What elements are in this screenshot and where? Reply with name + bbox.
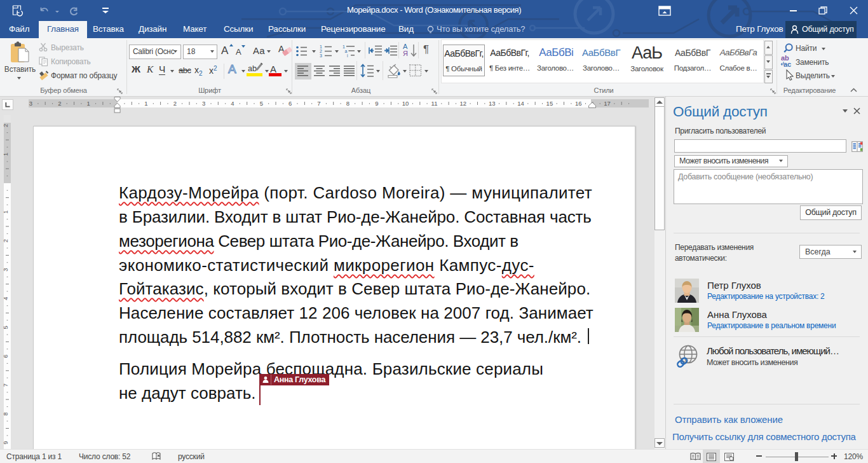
- svg-text:1: 1: [2, 153, 9, 156]
- svg-text:1: 1: [87, 100, 90, 107]
- svg-text:9: 9: [2, 441, 9, 445]
- svg-text:3: 3: [29, 100, 32, 107]
- svg-text:2: 2: [58, 100, 61, 107]
- svg-text:16: 16: [575, 100, 582, 107]
- svg-text:8: 8: [2, 412, 9, 415]
- svg-text:9: 9: [375, 100, 378, 107]
- svg-text:7: 7: [317, 100, 320, 107]
- svg-text:2: 2: [173, 100, 177, 107]
- svg-text:3: 3: [2, 268, 9, 271]
- svg-text:7: 7: [2, 384, 9, 387]
- svg-text:12: 12: [460, 100, 467, 107]
- svg-text:4: 4: [231, 100, 234, 107]
- svg-text:10: 10: [402, 100, 409, 107]
- svg-text:13: 13: [489, 100, 496, 107]
- svg-text:1: 1: [2, 211, 9, 214]
- svg-text:6: 6: [2, 354, 9, 357]
- svg-text:11: 11: [431, 100, 438, 107]
- svg-text:6: 6: [288, 100, 292, 107]
- svg-text:2: 2: [2, 239, 9, 242]
- svg-text:4: 4: [2, 297, 9, 300]
- svg-text:8: 8: [346, 100, 349, 107]
- svg-text:3: 3: [202, 100, 205, 107]
- svg-text:2: 2: [2, 124, 9, 127]
- svg-text:15: 15: [546, 100, 553, 107]
- svg-text:5: 5: [260, 100, 263, 107]
- svg-text:17: 17: [604, 100, 611, 107]
- svg-text:5: 5: [2, 326, 9, 329]
- svg-text:1: 1: [144, 100, 147, 107]
- svg-text:14: 14: [517, 100, 524, 107]
